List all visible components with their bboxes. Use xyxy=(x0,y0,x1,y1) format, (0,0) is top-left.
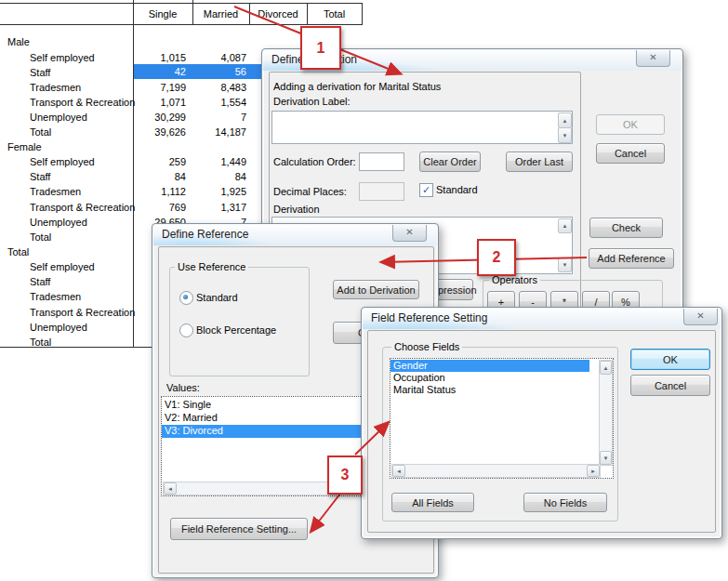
values-caption: Values: xyxy=(166,382,200,393)
column-header-total[interactable]: Total xyxy=(307,4,362,24)
close-icon: ✕ xyxy=(649,52,656,62)
table-cell[interactable]: 4,087 xyxy=(172,52,246,63)
ok-button[interactable]: OK xyxy=(630,349,710,370)
decimal-places-input[interactable] xyxy=(359,182,404,201)
block-percentage-radio[interactable] xyxy=(179,324,193,337)
block-percentage-radio-label: Block Percentage xyxy=(196,324,276,336)
table-line xyxy=(0,24,363,25)
scroll-down-button[interactable]: ▼ xyxy=(558,257,572,272)
table-cell[interactable]: 1,449 xyxy=(172,156,246,167)
screenshot-root: Single Married Divorced Total Male Self … xyxy=(0,0,728,581)
scroll-left-button[interactable]: ◄ xyxy=(392,465,405,477)
standard-checkbox-label: Standard xyxy=(436,184,478,195)
scroll-down-button[interactable]: ▼ xyxy=(600,451,612,465)
standard-radio[interactable] xyxy=(179,291,193,305)
row-label: Unemployed xyxy=(30,217,87,228)
row-label: Self employed xyxy=(30,156,95,167)
row-label: Tradesmen xyxy=(30,291,81,302)
derivation-label-caption: Derivation Label: xyxy=(273,96,351,107)
row-label: Staff xyxy=(30,276,50,287)
column-header-divorced[interactable]: Divorced xyxy=(249,4,307,24)
scroll-down-icon: ▼ xyxy=(563,133,568,139)
table-cell[interactable]: 1,554 xyxy=(172,97,246,108)
add-to-derivation-button[interactable]: Add to Derivation xyxy=(333,280,419,299)
add-reference-button[interactable]: Add Reference xyxy=(589,248,674,269)
table-cell[interactable]: 7 xyxy=(172,112,246,123)
derivation-intro-text: Adding a derivation for Marital Status xyxy=(273,81,441,92)
scroll-down-icon: ▼ xyxy=(563,262,568,268)
table-cell[interactable]: 1,925 xyxy=(172,186,246,197)
standard-checkbox[interactable]: ✓ xyxy=(419,183,433,197)
order-last-button[interactable]: Order Last xyxy=(506,152,573,172)
close-button[interactable]: ✕ xyxy=(683,309,718,325)
column-header-single[interactable]: Single xyxy=(133,4,192,24)
scroll-down-icon: ▼ xyxy=(603,456,609,461)
field-reference-setting-dialog: Field Reference Setting ✕ Choose Fields … xyxy=(361,307,722,539)
table-line xyxy=(0,347,153,348)
dialog-title: Define Reference xyxy=(162,228,248,241)
callout-2-box: 2 xyxy=(477,239,516,276)
clear-order-button[interactable]: Clear Order xyxy=(419,152,481,172)
row-label: Tradesmen xyxy=(30,186,81,197)
table-line xyxy=(362,3,363,24)
table-cell[interactable]: 84 xyxy=(172,171,246,182)
close-button[interactable]: ✕ xyxy=(392,225,427,242)
dialog-title: Field Reference Setting xyxy=(371,311,487,324)
close-icon: ✕ xyxy=(405,227,413,237)
row-label: Self employed xyxy=(30,52,95,63)
use-reference-group xyxy=(169,267,310,376)
vertical-scrollbar[interactable]: ▲ ▼ xyxy=(599,360,613,466)
scroll-up-button[interactable]: ▲ xyxy=(558,112,572,128)
radio-dot-icon xyxy=(183,295,188,299)
no-fields-button[interactable]: No Fields xyxy=(523,493,607,512)
cancel-button[interactable]: Cancel xyxy=(596,143,665,164)
choose-fields-listbox[interactable]: Gender Occupation Marital Status ▲ ▼ ◄ ► xyxy=(390,358,614,479)
scroll-right-icon: ► xyxy=(590,469,596,474)
horizontal-scrollbar[interactable]: ◄ ► xyxy=(391,464,601,478)
close-button[interactable]: ✕ xyxy=(636,50,670,67)
scroll-left-button[interactable]: ◄ xyxy=(164,482,177,495)
field-reference-setting-button[interactable]: Field Reference Setting... xyxy=(170,518,308,540)
scroll-up-icon: ▲ xyxy=(603,365,609,371)
scroll-left-icon: ◄ xyxy=(167,486,173,492)
all-fields-button[interactable]: All Fields xyxy=(391,493,474,512)
row-label: Staff xyxy=(30,171,50,182)
scroll-right-button[interactable]: ► xyxy=(587,465,600,477)
list-item[interactable]: Marital Status xyxy=(390,384,589,396)
standard-radio-label: Standard xyxy=(196,292,238,303)
row-label: Total xyxy=(30,231,51,243)
row-label: Total xyxy=(30,126,51,138)
list-item-selected[interactable]: Gender xyxy=(390,360,589,372)
row-group-label: Female xyxy=(7,141,42,152)
row-label: Unemployed xyxy=(30,322,87,333)
scroll-left-icon: ◄ xyxy=(396,469,402,474)
table-cell[interactable]: 14,187 xyxy=(172,126,246,138)
table-cell[interactable]: 1,317 xyxy=(172,202,246,213)
scroll-up-button[interactable]: ▲ xyxy=(558,218,572,233)
scroll-up-button[interactable]: ▲ xyxy=(600,361,612,375)
row-label: Tradesmen xyxy=(30,82,81,93)
calculation-order-input[interactable] xyxy=(359,152,404,171)
list-item[interactable]: Occupation xyxy=(390,372,589,384)
scroll-up-icon: ▲ xyxy=(563,223,568,229)
row-label: Unemployed xyxy=(30,112,87,123)
cancel-button[interactable]: Cancel xyxy=(630,375,710,396)
ok-button[interactable]: OK xyxy=(596,114,665,135)
callout-3-box: 3 xyxy=(327,456,363,495)
use-reference-caption: Use Reference xyxy=(175,261,248,272)
close-icon: ✕ xyxy=(696,310,704,321)
column-header-married[interactable]: Married xyxy=(192,4,249,24)
check-icon: ✓ xyxy=(422,184,430,196)
derivation-label-input[interactable]: ▲ ▼ xyxy=(271,111,573,144)
check-button[interactable]: Check xyxy=(589,218,663,238)
decimal-places-caption: Decimal Places: xyxy=(273,186,347,197)
derivation-caption: Derivation xyxy=(273,204,320,215)
row-label: Total xyxy=(30,337,51,348)
choose-fields-caption: Choose Fields xyxy=(391,341,462,352)
table-cell-selected[interactable]: 56 xyxy=(172,66,246,77)
row-label: Transport & Recreation xyxy=(30,307,135,318)
row-label: Self employed xyxy=(30,261,95,272)
table-cell[interactable]: 8,483 xyxy=(172,82,246,93)
row-group-label: Male xyxy=(7,36,30,47)
scroll-down-button[interactable]: ▼ xyxy=(558,127,572,143)
